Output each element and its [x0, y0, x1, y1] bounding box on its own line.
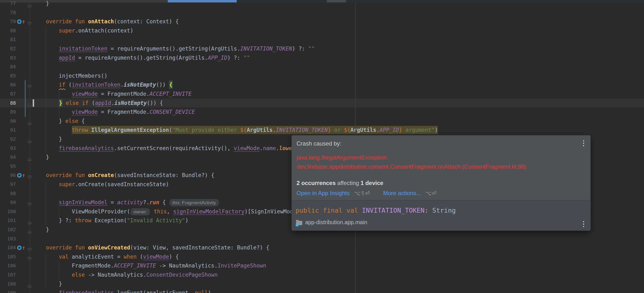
code-text: override fun onViewCreated(view: View, s…: [33, 243, 269, 252]
code-line-108[interactable]: 108 }: [0, 279, 644, 289]
fold-marker-icon[interactable]: [28, 173, 32, 178]
code-line-88[interactable]: 88 } else if (appId.isNotEmpty()) {: [0, 99, 644, 108]
fold-marker-icon[interactable]: [28, 2, 32, 6]
line-number[interactable]: 107: [0, 270, 16, 279]
code-line-82[interactable]: 82 invitationToken = requireArguments().…: [0, 44, 644, 53]
text-caret: [33, 99, 34, 107]
code-text: invitationToken = requireArguments().get…: [33, 44, 315, 53]
code-line-86[interactable]: 86 if (invitationToken.isNotEmpty()) {: [0, 80, 644, 90]
line-number[interactable]: 77: [0, 0, 16, 8]
indent-guide: [59, 261, 59, 279]
line-number[interactable]: 95: [0, 162, 16, 171]
line-number[interactable]: 102: [0, 225, 16, 234]
code-line-78[interactable]: 78: [0, 8, 644, 17]
line-number[interactable]: 79: [0, 17, 16, 26]
code-text: }: [33, 225, 49, 234]
fold-marker-icon[interactable]: [28, 227, 32, 232]
open-in-app-insights-link[interactable]: Open in App Insights: [296, 190, 350, 196]
crash-occurrences-text: 2 occurrences affecting 1 device: [296, 180, 383, 186]
line-number[interactable]: 86: [0, 80, 16, 90]
fold-marker-icon[interactable]: [28, 200, 32, 205]
code-text: firebaseAnalytics.logEvent(analyticEvent…: [33, 288, 211, 293]
line-number[interactable]: 90: [0, 117, 16, 126]
line-number[interactable]: 94: [0, 153, 16, 162]
line-number[interactable]: 92: [0, 135, 16, 144]
line-number[interactable]: 81: [0, 35, 16, 44]
line-number[interactable]: 101: [0, 216, 16, 225]
override-method-icon[interactable]: [17, 245, 22, 250]
code-line-91[interactable]: 91 throw IllegalArgumentException("Must …: [0, 126, 644, 135]
code-line-80[interactable]: 80 super.onAttach(context): [0, 26, 644, 35]
code-line-103[interactable]: 103: [0, 234, 644, 243]
code-line-106[interactable]: 106 FragmentMode.ACCEPT_INVITE -> NautmA…: [0, 261, 644, 270]
kebab-menu-icon[interactable]: [582, 220, 585, 228]
line-number[interactable]: 108: [0, 279, 16, 289]
fold-marker-icon[interactable]: [28, 83, 32, 87]
line-number[interactable]: 97: [0, 180, 16, 189]
code-line-85[interactable]: 85 injectMembers(): [0, 72, 644, 81]
line-number[interactable]: 88: [0, 99, 16, 108]
line-number[interactable]: 109: [0, 288, 16, 293]
code-text: appId = requireArguments().getString(Arg…: [33, 53, 250, 63]
kebab-menu-icon[interactable]: [582, 139, 585, 147]
code-text: }: [33, 0, 49, 8]
line-number[interactable]: 85: [0, 72, 16, 81]
code-text: super.onCreate(savedInstanceState): [33, 180, 169, 189]
override-method-icon[interactable]: [17, 19, 22, 24]
fold-marker-icon[interactable]: [28, 218, 32, 223]
line-number[interactable]: 103: [0, 234, 16, 243]
line-number[interactable]: 98: [0, 189, 16, 198]
vcs-change-marker[interactable]: [25, 80, 26, 117]
code-line-89[interactable]: 89 viewMode = FragmentMode.CONSENT_DEVIC…: [0, 108, 644, 117]
fold-marker-icon[interactable]: [28, 155, 32, 159]
line-number[interactable]: 82: [0, 44, 16, 53]
line-number[interactable]: 104: [0, 243, 16, 252]
code-line-107[interactable]: 107 else -> NautmAnalytics.ConsentDevice…: [0, 270, 644, 279]
code-line-90[interactable]: 90 } else {: [0, 117, 644, 126]
code-line-77[interactable]: 77 }: [0, 0, 644, 8]
line-number[interactable]: 106: [0, 261, 16, 270]
code-text: }: [33, 279, 62, 289]
line-number[interactable]: 78: [0, 8, 16, 17]
indent-guide: [46, 26, 46, 153]
fold-marker-icon[interactable]: [28, 137, 32, 141]
module-name: app-distribution.app.main: [305, 219, 367, 226]
indent-guide: [46, 180, 46, 225]
fold-marker-icon[interactable]: [28, 119, 32, 123]
line-number[interactable]: 99: [0, 198, 16, 207]
fold-marker-icon[interactable]: [28, 255, 32, 259]
code-line-79[interactable]: 79↑ override fun onAttach(context: Conte…: [0, 17, 644, 26]
indent-guide: [59, 108, 59, 117]
code-text: val analyticEvent = when (viewMode) {: [33, 252, 179, 261]
line-number[interactable]: 91: [0, 126, 16, 135]
code-line-87[interactable]: 87 viewMode = FragmentMode.ACCEPT_INVITE: [0, 90, 644, 99]
override-arrow-icon: ↑: [22, 172, 25, 178]
line-number[interactable]: 96: [0, 171, 16, 180]
line-number[interactable]: 87: [0, 90, 16, 99]
code-line-104[interactable]: 104↑ override fun onViewCreated(view: Vi…: [0, 243, 644, 252]
more-actions-link[interactable]: More actions...: [383, 190, 421, 196]
code-line-109[interactable]: 109 firebaseAnalytics.logEvent(analyticE…: [0, 288, 644, 293]
fold-marker-icon[interactable]: [28, 282, 32, 286]
code-line-83[interactable]: 83 appId = requireArguments().getString(…: [0, 53, 644, 63]
fold-marker-icon[interactable]: [28, 20, 32, 24]
line-number[interactable]: 100: [0, 207, 16, 216]
fold-marker-icon[interactable]: [28, 246, 32, 250]
code-line-81[interactable]: 81: [0, 35, 644, 44]
fold-marker-icon[interactable]: [28, 101, 32, 105]
code-line-84[interactable]: 84: [0, 62, 644, 72]
override-method-icon[interactable]: [17, 173, 22, 178]
line-number[interactable]: 84: [0, 62, 16, 72]
code-text: override fun onAttach(context: Context) …: [33, 17, 179, 26]
code-text: }: [33, 153, 49, 162]
line-number[interactable]: 80: [0, 26, 16, 35]
crash-exception-text[interactable]: java.lang.IllegalArgumentException: [296, 154, 387, 161]
code-line-105[interactable]: 105 val analyticEvent = when (viewMode) …: [0, 252, 644, 261]
code-text: viewMode = FragmentMode.ACCEPT_INVITE: [33, 90, 192, 99]
line-number[interactable]: 105: [0, 252, 16, 261]
code-text: injectMembers(): [33, 72, 108, 81]
crash-location-text[interactable]: dev.firebase.appdistribution.consent.Con…: [296, 163, 526, 170]
line-number[interactable]: 93: [0, 144, 16, 153]
line-number[interactable]: 83: [0, 53, 16, 63]
line-number[interactable]: 89: [0, 108, 16, 117]
